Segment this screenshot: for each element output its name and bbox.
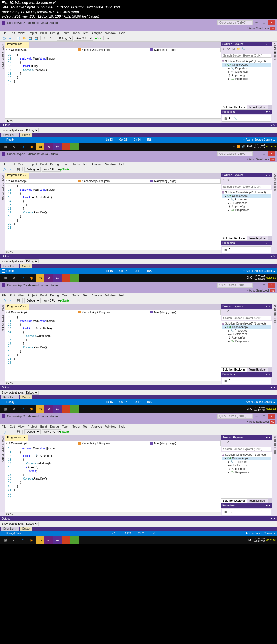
clock[interactable]: 10:58 AM4/28/2018 (254, 537, 265, 543)
menu-project[interactable]: Project (28, 163, 37, 166)
nav-fwd-icon[interactable]: → (8, 167, 12, 172)
save-icon[interactable]: 💾 (28, 36, 33, 41)
quick-launch-input[interactable] (217, 151, 253, 156)
method-dropdown[interactable]: Main(string[] args) (149, 310, 221, 315)
menu-view[interactable]: View (18, 425, 25, 428)
app-green-icon[interactable] (70, 536, 79, 544)
solution-search-input[interactable] (222, 54, 271, 58)
home-icon[interactable]: ⌂ (222, 47, 226, 51)
code-editor[interactable]: 1011121314151617181920212223 static void… (5, 446, 221, 512)
error-list-tab[interactable]: Error List ... (1, 395, 19, 399)
menu-file[interactable]: File (2, 294, 6, 297)
app-red-icon[interactable] (62, 405, 70, 413)
properties-node[interactable]: ▸ 🔧Properties (222, 198, 271, 201)
menu-debug[interactable]: Debug (50, 163, 59, 166)
properties-node[interactable]: ▸ 🔧Properties (222, 329, 271, 332)
wifi-icon[interactable]: 📶 (237, 145, 240, 148)
lang-indicator[interactable]: ENG (246, 407, 252, 410)
explorer-icon[interactable]: ▭ (36, 536, 44, 544)
close-button[interactable]: ✕ (268, 283, 275, 288)
tab-program-cs[interactable]: Program.cs* ▫ ✕ (5, 42, 29, 48)
maximize-button[interactable]: □ (260, 20, 268, 25)
right-sidebar[interactable]: Diagnostic Tools (272, 435, 277, 516)
zoom-level[interactable]: 82 % (5, 512, 221, 516)
vscode-icon[interactable]: ∞ (53, 274, 62, 282)
new-icon[interactable]: 📄 (16, 36, 21, 41)
output-tab[interactable]: Output (20, 395, 32, 399)
project-node[interactable]: ▸ C#ConsoleApp2 (222, 325, 271, 329)
properties-header[interactable]: Properties▾ ✕ (221, 372, 272, 377)
menu-view[interactable]: View (18, 31, 25, 35)
menu-debug[interactable]: Debug (50, 425, 59, 428)
vscode-icon[interactable]: ∞ (53, 143, 62, 150)
menu-project[interactable]: Project (28, 31, 37, 35)
left-sidebar[interactable]: Server Explorer Toolbox (0, 435, 5, 516)
lang-indicator[interactable]: ENG (246, 276, 252, 279)
solution-search-input[interactable] (222, 316, 271, 320)
output-tab[interactable]: Output (20, 527, 32, 531)
quick-launch-input[interactable] (217, 20, 253, 25)
solution-tree[interactable]: ⊟Solution 'ConsoleApp2' (1 project) ▸ C#… (221, 452, 272, 498)
app-red-icon[interactable] (62, 274, 70, 282)
explorer-icon[interactable]: ▭ (36, 405, 44, 413)
az-icon[interactable]: A↓ (228, 116, 232, 121)
project-node[interactable]: ▸ C#ConsoleApp2 (222, 457, 271, 460)
menu-tools[interactable]: Tools (72, 163, 80, 166)
undo-icon[interactable]: ↶ (42, 36, 47, 41)
refresh-icon[interactable]: ⟳ (227, 47, 230, 51)
menu-team[interactable]: Team (62, 425, 70, 428)
user-name[interactable]: Nikoloz Sanakoevi (246, 420, 269, 423)
menu-help[interactable]: Help (119, 425, 126, 428)
start-button[interactable]: ▶ Start ▾ (97, 36, 102, 41)
menu-analyze[interactable]: Analyze (91, 425, 102, 428)
start-menu-icon[interactable]: ⊞ (1, 405, 10, 413)
tab-program-cs[interactable]: Program.cs* ▫ ✕ (5, 304, 29, 310)
platform-dropdown[interactable]: Any CPU (42, 298, 61, 303)
project-dropdown[interactable]: C#ConsoleApp2 (5, 310, 77, 315)
cortana-icon[interactable]: ○ (10, 274, 18, 282)
properties-header[interactable]: Properties▾ ✕ (221, 110, 272, 114)
explorer-icon[interactable]: ▭ (36, 143, 44, 150)
menu-project[interactable]: Project (28, 425, 37, 428)
appconfig-node[interactable]: ⚙App.config (222, 336, 271, 339)
close-button[interactable]: ✕ (268, 414, 275, 419)
error-list-tab[interactable]: Error List ... (1, 527, 19, 531)
output-tab[interactable]: Output (20, 133, 32, 137)
step-icon[interactable]: ⇥ (105, 36, 110, 41)
nav-back-icon[interactable]: ◯ (2, 36, 6, 41)
menu-window[interactable]: Window (105, 31, 116, 35)
programcs-node[interactable]: ▸ C#Program.cs (222, 77, 271, 81)
solution-explorer-tab[interactable]: Solution Explorer (221, 236, 247, 241)
config-dropdown[interactable]: Debug (24, 429, 41, 434)
clock[interactable]: 10:57 AM4/28/2018 (254, 275, 265, 280)
menu-tools[interactable]: Tools (72, 294, 80, 297)
solution-explorer-tab[interactable]: Solution Explorer (221, 498, 247, 503)
solution-explorer-header[interactable]: Solution Explorer▾ ✕ (221, 42, 272, 46)
references-node[interactable]: ▸ ▪▪References (222, 464, 271, 467)
project-dropdown[interactable]: C#ConsoleApp2 (5, 441, 77, 446)
edge-icon[interactable]: e (18, 536, 27, 544)
output-header[interactable]: Output▾ ✕ (0, 123, 277, 127)
properties-node[interactable]: ▸ 🔧Properties (222, 67, 271, 70)
vs-icon[interactable]: ∞ (44, 405, 53, 413)
cortana-icon[interactable]: ○ (10, 143, 18, 150)
nav-fwd-icon[interactable]: → (8, 429, 12, 434)
project-dropdown[interactable]: C#ConsoleApp2 (5, 48, 77, 52)
nav-back-icon[interactable]: ◯ (2, 167, 6, 172)
source-control-button[interactable]: ↑ Add to Source Control ▴ (243, 269, 275, 272)
menu-test[interactable]: Test (83, 163, 88, 166)
output-header[interactable]: Output▾ ✕ (0, 516, 277, 521)
minimize-button[interactable]: ─ (253, 414, 260, 419)
maximize-button[interactable]: □ (260, 151, 268, 156)
start-button[interactable]: ▶ Start ▾ (62, 429, 67, 434)
home-icon[interactable]: ⌂ (222, 441, 226, 444)
solution-node[interactable]: ⊟Solution 'ConsoleApp2' (1 project) (222, 453, 271, 457)
firefox-icon[interactable]: ◉ (27, 274, 36, 282)
solution-explorer-header[interactable]: Solution Explorer▾ ✕ (221, 304, 272, 309)
properties-node[interactable]: ▸ 🔧Properties (222, 460, 271, 464)
vs-icon[interactable]: ∞ (44, 274, 53, 282)
user-badge[interactable]: NS (270, 420, 275, 424)
team-explorer-tab[interactable]: Team Explorer (247, 498, 268, 503)
save-icon[interactable]: 💾 (16, 167, 21, 172)
solution-explorer-tab[interactable]: Solution Explorer (221, 105, 247, 110)
